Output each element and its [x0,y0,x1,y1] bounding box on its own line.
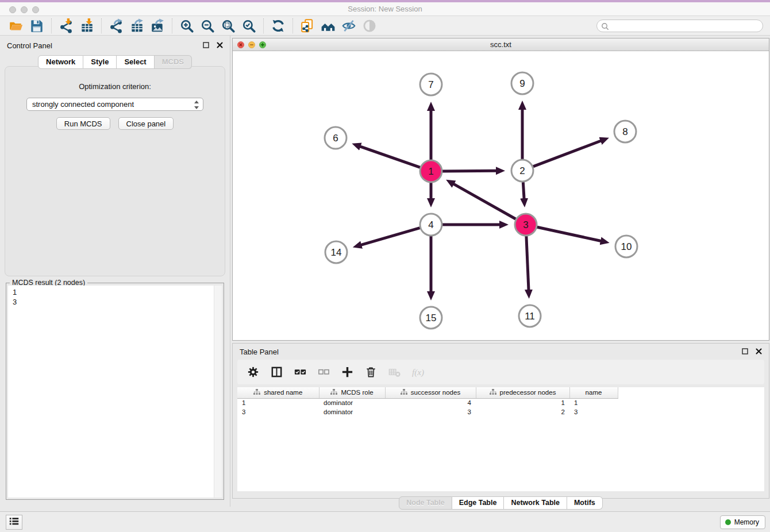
table-cell[interactable]: dominator [319,398,385,407]
graph-node-14[interactable]: 14 [325,241,347,263]
delete-column-icon[interactable] [363,365,378,380]
task-history-button[interactable] [6,515,22,530]
graph-node-3[interactable]: 3 [515,214,537,236]
criterion-select[interactable]: strongly connected component [26,98,203,111]
network-close-icon[interactable] [237,41,244,48]
table-settings-icon[interactable] [245,365,260,380]
svg-text:9: 9 [519,78,525,89]
close-table-panel-icon[interactable] [756,348,762,356]
zoom-out-icon[interactable] [197,18,218,34]
graph-node-9[interactable]: 9 [511,72,533,94]
table-cell[interactable]: 2 [476,407,569,417]
table-cell[interactable]: dominator [319,407,385,417]
svg-text:3: 3 [523,219,528,230]
export-network-icon[interactable] [106,18,126,34]
toggle-columns-icon[interactable] [269,365,284,380]
search-input[interactable] [611,21,757,31]
column-header-predecessor-nodes[interactable]: predecessor nodes [476,387,569,398]
graph-node-6[interactable]: 6 [325,127,346,149]
tab-select[interactable]: Select [117,55,154,69]
float-panel-icon[interactable] [203,41,209,50]
column-header-name[interactable]: name [569,387,618,398]
close-panel-icon[interactable] [217,41,223,50]
zoom-fit-icon[interactable] [218,18,238,34]
hide-selected-icon[interactable] [338,18,359,34]
table-panel: Table Panel f(x) shared nameMCDS rolesuc… [232,343,769,499]
app-titlebar: Session: New Session [0,0,770,16]
graph-edge-1-2[interactable] [442,171,496,171]
search-box[interactable] [596,20,763,32]
toolbar-separator [263,18,264,33]
table-row[interactable]: 3dominator323 [237,407,618,417]
network-window-titlebar[interactable]: scc.txt [233,38,769,51]
tab-network-table[interactable]: Network Table [504,496,567,510]
table-cell[interactable]: 1 [569,398,618,407]
export-table-icon[interactable] [126,18,147,34]
svg-text:14: 14 [331,247,342,258]
network-zoom-icon[interactable] [259,41,266,48]
import-table-icon[interactable] [76,18,97,34]
column-header-MCDS-role[interactable]: MCDS role [319,387,385,398]
control-panel-title: Control Panel [7,41,203,50]
node-table: shared nameMCDS rolesuccessor nodesprede… [237,387,764,491]
graph-node-4[interactable]: 4 [420,214,442,236]
mcds-tab-content: Optimization criterion: strongly connect… [5,66,225,276]
graph-edge-1-6[interactable] [360,147,421,168]
run-mcds-button[interactable]: Run MCDS [56,117,110,130]
tab-edge-table[interactable]: Edge Table [452,496,505,510]
svg-text:8: 8 [622,126,627,137]
graph-node-8[interactable]: 8 [614,121,636,142]
graph-node-2[interactable]: 2 [511,160,533,182]
graph-node-1[interactable]: 1 [420,160,442,182]
column-header-successor-nodes[interactable]: successor nodes [385,387,476,398]
column-type-icon [330,388,337,396]
graph-node-10[interactable]: 10 [615,236,637,257]
svg-text:2: 2 [519,165,525,176]
new-network-from-selection-icon[interactable] [297,18,318,34]
float-table-panel-icon[interactable] [742,348,748,356]
mcds-result-list[interactable]: 13 [8,286,222,498]
tab-mcds[interactable]: MCDS [155,55,192,69]
select-stepper-icon [193,101,200,113]
graph-edge-2-8[interactable] [533,141,601,167]
toolbar-separator [172,18,172,33]
graph-edge-4-14[interactable] [361,228,420,245]
network-canvas[interactable]: 7968124314101511 [233,51,769,340]
table-cell[interactable]: 3 [569,407,618,417]
unselect-all-columns-icon[interactable] [316,365,331,380]
open-session-icon[interactable] [6,18,26,34]
network-minimize-icon[interactable] [248,41,255,48]
graph-edge-3-11[interactable] [526,236,529,290]
table-cell[interactable]: 1 [237,398,319,407]
graph-edge-3-1[interactable] [453,184,515,219]
tab-style[interactable]: Style [83,55,117,69]
save-session-icon[interactable] [26,18,47,34]
graph-edge-2-3[interactable] [523,182,524,199]
memory-button[interactable]: Memory [720,515,765,529]
graph-edge-3-10[interactable] [537,227,602,241]
create-column-icon[interactable] [340,365,355,380]
first-neighbors-icon[interactable] [318,18,338,34]
table-cell[interactable]: 3 [237,407,319,417]
tab-node-table[interactable]: Node Table [399,496,452,510]
apply-layout-icon[interactable] [268,18,288,34]
table-row[interactable]: 1dominator411 [237,398,618,407]
column-header-shared-name[interactable]: shared name [237,387,319,398]
tab-network[interactable]: Network [38,55,83,69]
select-all-columns-icon[interactable] [292,365,307,380]
result-scrollbar[interactable] [214,286,222,498]
delete-table-icon [387,365,402,380]
table-cell[interactable]: 3 [385,407,476,417]
graph-node-11[interactable]: 11 [519,305,541,327]
column-type-icon [253,388,260,396]
import-network-icon[interactable] [56,18,76,34]
table-cell[interactable]: 4 [385,398,476,407]
table-cell[interactable]: 1 [476,398,569,407]
tab-motifs[interactable]: Motifs [567,496,603,510]
export-image-icon[interactable] [147,18,168,34]
zoom-in-icon[interactable] [176,18,197,34]
graph-node-15[interactable]: 15 [420,307,442,329]
graph-node-7[interactable]: 7 [420,74,442,95]
close-panel-button[interactable]: Close panel [118,117,174,130]
zoom-selected-icon[interactable] [238,18,259,34]
